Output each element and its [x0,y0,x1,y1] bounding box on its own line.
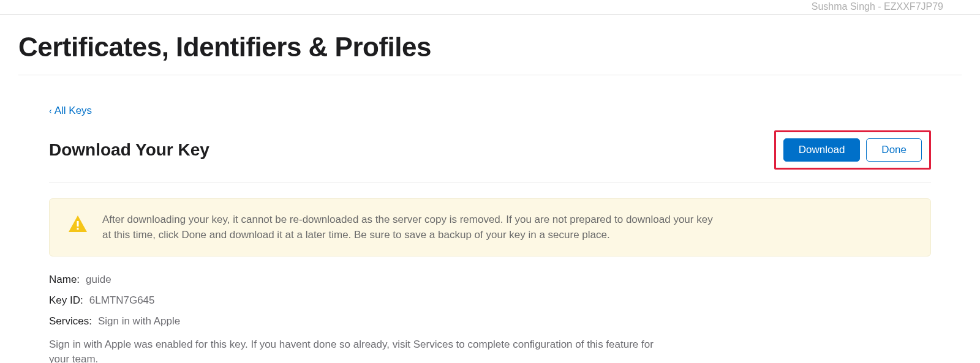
detail-row-keyid: Key ID: 6LMTN7G645 [49,294,931,307]
svg-rect-1 [77,228,79,230]
svg-rect-0 [77,221,79,226]
services-label: Services: [49,315,92,327]
key-details: Name: guide Key ID: 6LMTN7G645 Services:… [49,274,931,363]
subheader-row: Download Your Key Download Done [49,130,931,182]
download-button[interactable]: Download [783,138,861,162]
services-value: Sign in with Apple [98,315,180,327]
chevron-left-icon: ‹ [49,106,52,116]
keyid-label: Key ID: [49,294,83,307]
account-info: Sushma Singh - EZXXF7JP79 [812,1,943,12]
back-link-label: All Keys [55,105,92,117]
content-area: ‹ All Keys Download Your Key Download Do… [18,105,962,363]
name-value: guide [86,274,111,286]
action-buttons-highlight: Download Done [774,130,931,170]
alert-text: After downloading your key, it cannot be… [102,212,715,242]
top-bar: Sushma Singh - EZXXF7JP79 [0,0,980,15]
sub-title: Download Your Key [49,140,209,160]
name-label: Name: [49,274,80,286]
warning-alert: After downloading your key, it cannot be… [49,198,931,256]
back-link-all-keys[interactable]: ‹ All Keys [49,105,92,117]
keyid-value: 6LMTN7G645 [89,294,155,307]
detail-row-services: Services: Sign in with Apple [49,315,931,327]
warning-icon [67,214,89,236]
detail-row-name: Name: guide [49,274,931,286]
done-button[interactable]: Done [866,138,922,162]
config-note: Sign in with Apple was enabled for this … [49,337,662,363]
container: Certificates, Identifiers & Profiles ‹ A… [0,15,980,363]
page-title: Certificates, Identifiers & Profiles [18,15,962,75]
